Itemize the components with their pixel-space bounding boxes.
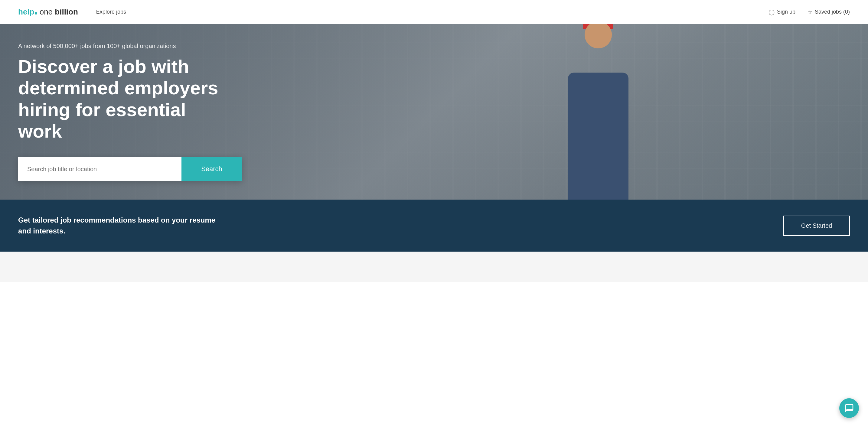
user-icon: ◯: [769, 9, 775, 16]
bottom-section: [0, 252, 868, 282]
person-head: [585, 24, 612, 49]
search-bar: Search: [18, 157, 242, 181]
person-body: [568, 72, 628, 200]
hero-title: Discover a job with determined employers…: [18, 56, 224, 142]
saved-jobs-label: Saved jobs (0): [815, 9, 850, 15]
logo-billion-text: billion: [55, 7, 78, 17]
banner-section: Get tailored job recommendations based o…: [0, 200, 868, 252]
logo-help-text: help: [18, 7, 34, 17]
saved-jobs-link[interactable]: ☆ Saved jobs (0): [807, 9, 850, 16]
search-input[interactable]: [18, 157, 182, 181]
search-button[interactable]: Search: [182, 157, 242, 181]
header-right: ◯ Sign up ☆ Saved jobs (0): [769, 9, 850, 16]
header-left: help one billion Explore jobs: [18, 7, 126, 17]
logo[interactable]: help one billion: [18, 7, 78, 17]
logo-one-text: one: [40, 7, 53, 17]
hero-person-figure: [545, 42, 651, 200]
sign-up-link[interactable]: ◯ Sign up: [769, 9, 796, 16]
logo-dot: [35, 12, 37, 14]
main-header: help one billion Explore jobs ◯ Sign up …: [0, 0, 868, 24]
sign-up-label: Sign up: [777, 9, 796, 15]
hero-subtitle: A network of 500,000+ jobs from 100+ glo…: [18, 43, 224, 50]
hero-content: A network of 500,000+ jobs from 100+ glo…: [0, 43, 242, 181]
banner-text: Get tailored job recommendations based o…: [18, 215, 230, 237]
star-icon: ☆: [807, 9, 812, 16]
get-started-button[interactable]: Get Started: [783, 216, 850, 236]
explore-jobs-nav[interactable]: Explore jobs: [96, 9, 126, 15]
hero-section: A network of 500,000+ jobs from 100+ glo…: [0, 24, 868, 200]
